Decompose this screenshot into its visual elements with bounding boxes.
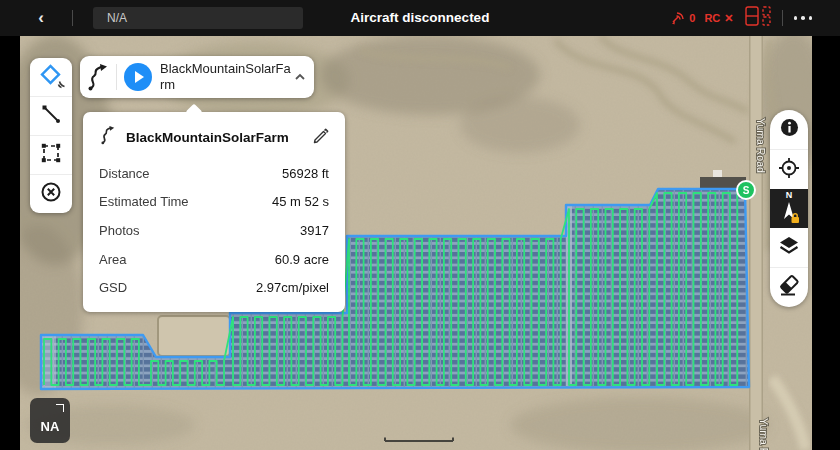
info-button[interactable] xyxy=(770,110,808,149)
info-icon xyxy=(780,118,799,141)
cancel-tool-button[interactable] xyxy=(30,174,72,213)
compass-needle-icon xyxy=(777,200,801,228)
layers-icon xyxy=(777,234,801,262)
row-value: 45 m 52 s xyxy=(272,194,329,209)
row-value: 60.9 acre xyxy=(275,252,329,267)
map-element-tool-button[interactable] xyxy=(30,58,72,96)
circle-x-icon xyxy=(39,180,63,208)
mission-name: BlackMountainSolarFarm xyxy=(160,61,291,94)
road-label: Yuma Road xyxy=(755,118,767,173)
mission-info-panel: BlackMountainSolarFarm Distance56928 ftE… xyxy=(83,112,345,312)
panel-row: Estimated Time45 m 52 s xyxy=(99,188,329,217)
gps-status: 0 xyxy=(671,10,695,27)
structure-roof xyxy=(713,170,722,177)
diamond-signal-icon xyxy=(36,60,66,94)
row-value: 2.97cm/pixel xyxy=(256,280,329,295)
divider xyxy=(72,10,73,26)
polygon-tool-button[interactable] xyxy=(30,135,72,174)
route-icon xyxy=(80,63,116,91)
compass-n-label: N xyxy=(786,191,793,200)
mission-bar[interactable]: BlackMountainSolarFarm xyxy=(80,56,314,98)
svg-text:S: S xyxy=(743,185,750,196)
dirt-pad xyxy=(158,316,230,356)
road-label-2: Yuma Ro xyxy=(758,418,770,450)
row-label: Distance xyxy=(99,166,282,181)
eraser-button[interactable] xyxy=(770,267,808,307)
pencil-icon[interactable] xyxy=(311,126,329,148)
top-bar: ‹ N/A Aircraft disconnected 0 RC ✕ xyxy=(0,0,840,36)
divider xyxy=(116,64,117,90)
panel-row: Area60.9 acre xyxy=(99,245,329,274)
panel-title: BlackMountainSolarFarm xyxy=(126,130,311,145)
badge-label: NA xyxy=(30,419,70,434)
eraser-icon xyxy=(777,274,801,302)
map-mode-badge[interactable]: NA xyxy=(30,398,70,443)
divider xyxy=(782,10,783,26)
rc-label: RC xyxy=(704,12,720,24)
compass-lock-button[interactable]: N xyxy=(770,189,808,228)
locate-icon xyxy=(778,157,800,183)
line-icon xyxy=(39,102,63,130)
row-label: GSD xyxy=(99,280,256,295)
gps-count: 0 xyxy=(689,12,695,24)
start-marker[interactable]: S xyxy=(737,181,755,199)
polygon-icon xyxy=(39,141,63,169)
satellite-icon xyxy=(671,10,686,27)
route-icon xyxy=(99,125,117,149)
line-tool-button[interactable] xyxy=(30,96,72,135)
chevron-up-icon[interactable] xyxy=(293,68,307,86)
play-button[interactable] xyxy=(124,63,152,91)
battery-icon xyxy=(743,5,773,31)
locate-button[interactable] xyxy=(770,149,808,189)
layers-button[interactable] xyxy=(770,228,808,267)
corner-bracket-icon xyxy=(56,404,64,412)
left-toolbar xyxy=(30,58,72,213)
row-value: 56928 ft xyxy=(282,166,329,181)
more-menu-button[interactable] xyxy=(794,16,813,20)
panel-row: Distance56928 ft xyxy=(99,159,329,188)
panel-row: GSD2.97cm/pixel xyxy=(99,273,329,302)
road xyxy=(749,36,763,450)
back-button[interactable]: ‹ xyxy=(30,7,52,29)
right-toolbar: N xyxy=(770,110,808,307)
panel-rows: Distance56928 ftEstimated Time45 m 52 sP… xyxy=(83,157,345,302)
panel-row: Photos3917 xyxy=(99,216,329,245)
row-label: Photos xyxy=(99,223,300,238)
row-value: 3917 xyxy=(300,223,329,238)
rc-disconnected-icon: ✕ xyxy=(724,12,733,25)
row-label: Estimated Time xyxy=(99,194,272,209)
row-label: Area xyxy=(99,252,275,267)
mission-name-field[interactable]: N/A xyxy=(93,7,303,29)
rc-status: RC ✕ xyxy=(704,12,733,25)
